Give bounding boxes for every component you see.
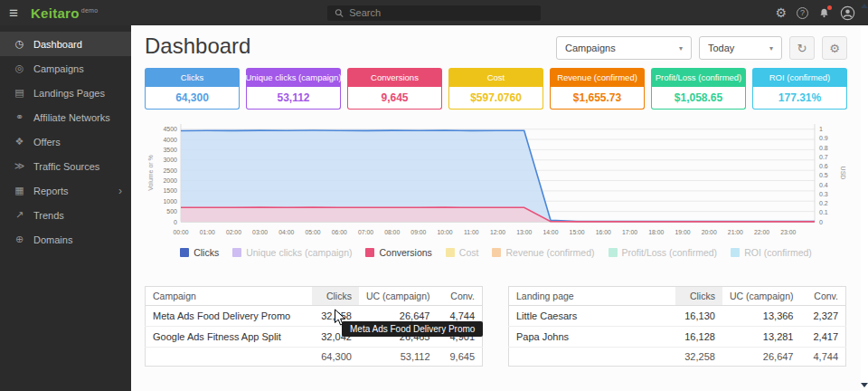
column-header-landing-page[interactable]: Landing page <box>509 287 675 306</box>
sidebar-item-reports[interactable]: ▦Reports› <box>0 178 131 203</box>
svg-text:4500: 4500 <box>163 126 177 132</box>
metric-card[interactable]: Profit/Loss (confirmed)$1,058.65 <box>651 68 746 110</box>
sidebar-item-domains[interactable]: ⊕Domains <box>0 227 131 252</box>
scrollbar[interactable] <box>861 0 868 391</box>
svg-text:1: 1 <box>819 126 823 132</box>
search-box[interactable] <box>327 5 541 21</box>
sidebar-item-dashboard[interactable]: ◷Dashboard <box>0 32 131 56</box>
total-value: 32,258 <box>675 348 722 367</box>
metric-card-label: Clicks <box>145 68 240 87</box>
table-row[interactable]: Little Caesars16,13013,3662,327 <box>509 306 846 327</box>
sidebar-item-label: Dashboard <box>33 39 82 50</box>
scroll-up-arrow-icon[interactable] <box>861 4 868 8</box>
metric-card-value: $597.0760 <box>448 87 543 110</box>
date-range-value: Today <box>708 43 734 53</box>
sidebar-item-label: Landings Pages <box>33 88 105 99</box>
sidebar-item-label: Affiliate Networks <box>33 112 110 123</box>
sidebar-item-trends[interactable]: ↗Trends <box>0 203 131 227</box>
metric-card[interactable]: Conversions9,645 <box>347 68 442 110</box>
metric-card[interactable]: Revenue (confirmed)$1,655.73 <box>550 68 645 110</box>
svg-text:20:00: 20:00 <box>702 229 717 235</box>
svg-text:02:00: 02:00 <box>226 229 241 235</box>
svg-text:0.1: 0.1 <box>819 209 828 215</box>
sidebar-item-affiliate-networks[interactable]: ⚭Affiliate Networks <box>0 105 131 129</box>
svg-text:12:00: 12:00 <box>490 229 505 235</box>
row-value: 16,130 <box>675 306 722 327</box>
metric-card-label: Revenue (confirmed) <box>550 68 645 87</box>
row-label[interactable]: Google Ads Fitness App Split <box>146 327 312 348</box>
svg-text:14:00: 14:00 <box>542 229 558 235</box>
column-header-uc-campaign-[interactable]: UC (campaign) <box>359 287 438 306</box>
column-header-clicks[interactable]: Clicks <box>675 287 722 306</box>
sidebar-item-label: Offers <box>33 137 61 148</box>
total-value: 9,645 <box>438 348 483 367</box>
gauge-icon: ◷ <box>12 38 27 50</box>
legend-label: Cost <box>459 247 479 258</box>
dashboard-settings-button[interactable]: ⚙ <box>822 36 847 60</box>
metric-card-value: 9,645 <box>347 87 442 110</box>
total-value: 4,744 <box>801 348 846 367</box>
metric-card[interactable]: Unique clicks (campaign)53,112 <box>246 68 341 110</box>
pages-icon: ▤ <box>12 87 27 99</box>
chevron-down-icon: ▾ <box>679 44 683 52</box>
help-icon[interactable]: ? <box>797 7 808 19</box>
row-label[interactable]: Meta Ads Food Delivery Promo <box>146 306 312 327</box>
column-header-campaign[interactable]: Campaign <box>146 287 312 306</box>
sidebar-item-landings-pages[interactable]: ▤Landings Pages <box>0 81 131 105</box>
topbar-actions: ⚙ ? <box>775 5 855 21</box>
campaigns-filter-select[interactable]: Campaigns ▾ <box>556 36 692 60</box>
legend-item[interactable]: Unique clicks (campaign) <box>232 247 352 258</box>
bell-icon[interactable] <box>818 7 830 19</box>
metric-card-label: Profit/Loss (confirmed) <box>651 68 746 87</box>
app-logo[interactable]: Keitarodemo <box>31 5 99 21</box>
column-header-uc-campaign-[interactable]: UC (campaign) <box>722 287 801 306</box>
legend-item[interactable]: Clicks <box>180 247 219 258</box>
row-label[interactable]: Papa Johns <box>509 327 675 348</box>
column-header-clicks[interactable]: Clicks <box>312 287 359 306</box>
user-avatar-icon[interactable] <box>840 5 855 21</box>
legend-item[interactable]: Revenue (confirmed) <box>492 247 594 258</box>
menu-icon[interactable]: ≡ <box>9 5 18 21</box>
search-icon <box>335 8 344 18</box>
legend-label: Unique clicks (campaign) <box>246 247 352 258</box>
legend-label: Clicks <box>193 247 219 258</box>
search-input[interactable] <box>349 7 533 18</box>
gear-icon[interactable]: ⚙ <box>775 6 787 19</box>
table-row[interactable]: Papa Johns16,12813,2812,417 <box>509 327 846 348</box>
campaigns-filter-value: Campaigns <box>565 43 616 53</box>
metric-card[interactable]: Cost$597.0760 <box>448 68 543 110</box>
scroll-down-arrow-icon[interactable] <box>861 383 868 387</box>
svg-text:15:00: 15:00 <box>570 229 585 235</box>
network-icon: ⚭ <box>12 111 27 123</box>
legend-item[interactable]: Conversions <box>365 247 431 258</box>
date-range-select[interactable]: Today ▾ <box>699 36 782 60</box>
sidebar-item-offers[interactable]: ❖Offers <box>0 129 131 154</box>
svg-text:0.6: 0.6 <box>819 163 828 169</box>
metric-card-label: Conversions <box>347 68 442 87</box>
svg-text:Volume or %: Volume or % <box>147 155 154 191</box>
row-value: 2,417 <box>801 327 846 348</box>
svg-text:06:00: 06:00 <box>332 229 347 235</box>
metric-card-value: 64,300 <box>145 87 240 110</box>
row-label[interactable]: Little Caesars <box>509 306 675 327</box>
column-header-conv-[interactable]: Conv. <box>801 287 846 306</box>
sidebar-item-traffic-sources[interactable]: ≫Traffic Sources <box>0 154 131 178</box>
row-value: 2,327 <box>801 306 846 327</box>
legend-item[interactable]: Profit/Loss (confirmed) <box>609 247 718 258</box>
refresh-button[interactable]: ↻ <box>789 36 815 60</box>
sidebar-item-label: Campaigns <box>33 63 84 74</box>
metric-card-label: Unique clicks (campaign) <box>246 68 341 87</box>
svg-text:0.5: 0.5 <box>819 172 828 178</box>
chevron-down-icon: ▾ <box>769 44 773 52</box>
metric-card[interactable]: ROI (confirmed)177.31% <box>752 68 847 110</box>
globe-icon: ⊕ <box>12 234 27 245</box>
legend-item[interactable]: ROI (confirmed) <box>731 247 812 258</box>
legend-item[interactable]: Cost <box>446 247 479 258</box>
metric-card[interactable]: Clicks64,300 <box>145 68 240 110</box>
summary-tables: CampaignClicksUC (campaign)Conv.Meta Ads… <box>145 286 846 367</box>
sidebar-item-campaigns[interactable]: ◎Campaigns <box>0 56 131 81</box>
column-header-conv-[interactable]: Conv. <box>438 287 483 306</box>
svg-text:0.2: 0.2 <box>819 200 828 206</box>
svg-text:21:00: 21:00 <box>728 229 743 235</box>
chart-legend: ClicksUnique clicks (campaign)Conversion… <box>131 247 861 258</box>
